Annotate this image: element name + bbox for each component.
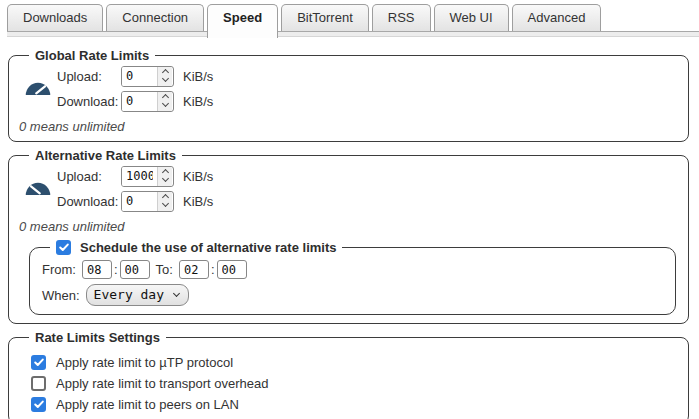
tab-bittorrent[interactable]: BitTorrent xyxy=(281,4,369,31)
time-separator: : xyxy=(211,262,215,277)
tab-bar-strip xyxy=(7,31,699,37)
overhead-rate-limit-checkbox[interactable] xyxy=(31,376,46,391)
lan-rate-limit-label: Apply rate limit to peers on LAN xyxy=(56,397,239,412)
tab-rss[interactable]: RSS xyxy=(372,4,431,31)
global-rate-limits-group: Global Rate Limits Upload: KiB/s xyxy=(8,48,689,142)
alt-upload-unit: KiB/s xyxy=(183,169,213,184)
schedule-legend: Schedule the use of alternative rate lim… xyxy=(50,240,342,255)
global-upload-label: Upload: xyxy=(57,69,121,84)
from-minute-input[interactable] xyxy=(120,260,150,279)
schedule-checkbox[interactable] xyxy=(56,240,71,255)
when-label: When: xyxy=(42,288,80,303)
checkmark-icon xyxy=(59,243,69,252)
options-tab-bar: Downloads Connection Speed BitTorrent RS… xyxy=(0,0,699,37)
tab-webui[interactable]: Web UI xyxy=(434,4,509,31)
alt-download-unit: KiB/s xyxy=(183,194,213,209)
tab-downloads[interactable]: Downloads xyxy=(7,4,103,31)
global-upload-input[interactable] xyxy=(122,67,157,86)
alt-unlimited-note: 0 means unlimited xyxy=(19,219,678,234)
alternative-rate-limits-legend: Alternative Rate Limits xyxy=(29,148,182,163)
tab-speed[interactable]: Speed xyxy=(207,4,278,38)
tabs-row: Downloads Connection Speed BitTorrent RS… xyxy=(7,4,699,31)
global-rate-limits-legend: Global Rate Limits xyxy=(29,48,155,63)
alt-upload-input[interactable] xyxy=(122,167,157,186)
schedule-legend-label: Schedule the use of alternative rate lim… xyxy=(80,240,336,255)
schedule-when-row: When: Every day xyxy=(42,284,665,306)
speed-settings-panel: Global Rate Limits Upload: KiB/s xyxy=(0,37,699,419)
global-download-spinbox xyxy=(121,91,174,112)
schedule-time-row: From: : To: : xyxy=(42,260,665,279)
utp-rate-limit-row: Apply rate limit to µTP protocol xyxy=(31,352,678,372)
to-label: To: xyxy=(156,262,173,277)
when-select[interactable]: Every day xyxy=(86,284,189,306)
overhead-rate-limit-label: Apply rate limit to transport overhead xyxy=(56,376,268,391)
utp-rate-limit-checkbox[interactable] xyxy=(31,355,46,370)
alt-download-label: Download: xyxy=(57,194,121,209)
alt-upload-spin-buttons[interactable] xyxy=(157,167,172,186)
global-download-spin-buttons[interactable] xyxy=(157,92,172,111)
rate-limits-settings-legend: Rate Limits Settings xyxy=(29,330,166,345)
alt-upload-spinbox xyxy=(121,166,174,187)
speed-gauge-high-icon xyxy=(24,80,52,97)
alt-download-spinbox xyxy=(121,191,174,212)
to-minute-input[interactable] xyxy=(217,260,247,279)
alt-upload-label: Upload: xyxy=(57,169,121,184)
time-separator: : xyxy=(114,262,118,277)
global-upload-unit: KiB/s xyxy=(183,69,213,84)
schedule-group: Schedule the use of alternative rate lim… xyxy=(29,240,676,315)
overhead-rate-limit-row: Apply rate limit to transport overhead xyxy=(31,373,678,393)
rate-limits-settings-group: Rate Limits Settings Apply rate limit to… xyxy=(8,330,689,419)
global-upload-spin-buttons[interactable] xyxy=(157,67,172,86)
global-unlimited-note: 0 means unlimited xyxy=(19,119,678,134)
alt-download-input[interactable] xyxy=(122,192,157,211)
alt-download-spin-buttons[interactable] xyxy=(157,192,172,211)
alternative-rate-limits-group: Alternative Rate Limits Upload: KiB/s xyxy=(8,148,689,324)
chevron-down-icon xyxy=(173,290,180,297)
global-upload-spinbox xyxy=(121,66,174,87)
from-label: From: xyxy=(42,262,76,277)
lan-rate-limit-row: Apply rate limit to peers on LAN xyxy=(31,394,678,414)
to-hour-input[interactable] xyxy=(179,260,209,279)
checkmark-icon xyxy=(34,400,44,409)
checkmark-icon xyxy=(34,358,44,367)
tab-advanced[interactable]: Advanced xyxy=(512,4,602,31)
global-download-unit: KiB/s xyxy=(183,94,213,109)
when-select-value: Every day xyxy=(94,287,164,302)
speed-gauge-low-icon xyxy=(24,180,52,197)
utp-rate-limit-label: Apply rate limit to µTP protocol xyxy=(56,355,233,370)
lan-rate-limit-checkbox[interactable] xyxy=(31,397,46,412)
from-hour-input[interactable] xyxy=(82,260,112,279)
global-download-label: Download: xyxy=(57,94,121,109)
global-download-input[interactable] xyxy=(122,92,157,111)
tab-connection[interactable]: Connection xyxy=(106,4,204,31)
